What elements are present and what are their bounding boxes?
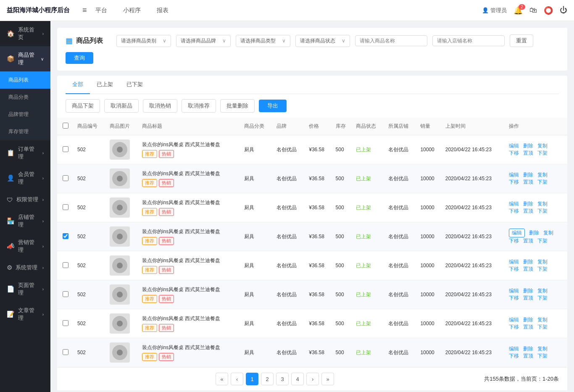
page-btn-4[interactable]: 4 xyxy=(291,373,304,385)
sidebar-item-product-list[interactable]: 商品列表 xyxy=(0,71,50,89)
action-删除-7[interactable]: 删除 xyxy=(523,316,533,324)
page-btn-1[interactable]: 1 xyxy=(246,373,258,385)
page-first-btn[interactable]: « xyxy=(216,373,228,385)
action-下架-6[interactable]: 下架 xyxy=(537,295,548,302)
action-编辑-4[interactable]: 编辑 xyxy=(509,229,525,237)
nav-item-report[interactable]: 报表 xyxy=(155,7,170,14)
hamburger-icon[interactable]: ≡ xyxy=(82,6,87,15)
tab-all[interactable]: 全部 xyxy=(66,76,90,94)
circle-icon[interactable]: ⭕ xyxy=(544,6,553,15)
sidebar-item-system-home[interactable]: 🏠 系统首页 › xyxy=(0,21,50,46)
action-删除-6[interactable]: 删除 xyxy=(523,287,533,295)
action-置顶-7[interactable]: 置顶 xyxy=(523,324,533,331)
action-下移-6[interactable]: 下移 xyxy=(509,295,519,302)
nav-item-miniprogram[interactable]: 小程序 xyxy=(121,7,142,14)
filter-brand[interactable]: 请选择商品品牌 ∨ xyxy=(176,35,231,47)
sidebar-item-marketing-mgmt[interactable]: 📣 营销管理 › xyxy=(0,234,50,259)
action-删除-4[interactable]: 删除 xyxy=(529,229,539,237)
action-置顶-1[interactable]: 置顶 xyxy=(523,150,533,157)
filter-product-name[interactable] xyxy=(355,35,427,46)
sidebar-item-permission-mgmt[interactable]: 🛡 权限管理 › xyxy=(0,191,50,208)
action-复制-6[interactable]: 复制 xyxy=(537,287,548,295)
action-复制-5[interactable]: 复制 xyxy=(537,258,548,266)
page-last-btn[interactable]: » xyxy=(321,373,334,385)
action-复制-3[interactable]: 复制 xyxy=(537,200,548,208)
btn-cancel-new[interactable]: 取消新品 xyxy=(104,99,139,113)
action-编辑-8[interactable]: 编辑 xyxy=(509,345,519,353)
row-checkbox-7[interactable] xyxy=(63,320,68,326)
tab-delisted[interactable]: 已下架 xyxy=(120,76,150,94)
action-删除-8[interactable]: 删除 xyxy=(523,345,533,353)
sidebar-item-inventory-mgmt[interactable]: 库存管理 xyxy=(0,123,50,140)
btn-cancel-hot[interactable]: 取消热销 xyxy=(143,99,177,113)
btn-cancel-recommend[interactable]: 取消推荐 xyxy=(182,99,216,113)
action-置顶-4[interactable]: 置顶 xyxy=(523,237,533,245)
action-下架-2[interactable]: 下架 xyxy=(537,179,548,186)
sidebar-item-system-mgmt[interactable]: ⚙ 系统管理 › xyxy=(0,259,50,276)
query-button[interactable]: 查询 xyxy=(66,52,93,64)
action-编辑-6[interactable]: 编辑 xyxy=(509,287,519,295)
action-复制-2[interactable]: 复制 xyxy=(537,171,548,179)
sidebar-item-product-mgmt[interactable]: 📦 商品管理 ∨ xyxy=(0,46,50,71)
action-下架-8[interactable]: 下架 xyxy=(537,353,548,360)
sidebar-item-store-mgmt[interactable]: 🏪 店铺管理 › xyxy=(0,208,50,234)
btn-export[interactable]: 导出 xyxy=(259,100,287,112)
page-next-btn[interactable]: › xyxy=(306,373,319,385)
action-置顶-6[interactable]: 置顶 xyxy=(523,295,533,302)
action-下架-7[interactable]: 下架 xyxy=(537,324,548,331)
power-icon[interactable]: ⏻ xyxy=(560,6,567,15)
action-下移-1[interactable]: 下移 xyxy=(509,150,519,157)
filter-category[interactable]: 请选择商品类别 ∨ xyxy=(116,35,171,47)
action-删除-1[interactable]: 删除 xyxy=(523,142,533,150)
sidebar-item-brand-mgmt[interactable]: 品牌管理 xyxy=(0,106,50,123)
nav-item-platform[interactable]: 平台 xyxy=(94,7,109,14)
tab-listed[interactable]: 已上架 xyxy=(90,76,120,94)
action-编辑-5[interactable]: 编辑 xyxy=(509,258,519,266)
row-checkbox-8[interactable] xyxy=(63,349,68,355)
action-复制-8[interactable]: 复制 xyxy=(537,345,548,353)
btn-batch-delete[interactable]: 批量删除 xyxy=(220,99,255,113)
sidebar-item-product-category[interactable]: 商品分类 xyxy=(0,89,50,106)
sidebar-item-member-mgmt[interactable]: 👤 会员管理 › xyxy=(0,166,50,191)
action-编辑-7[interactable]: 编辑 xyxy=(509,316,519,324)
action-删除-2[interactable]: 删除 xyxy=(523,171,533,179)
action-置顶-5[interactable]: 置顶 xyxy=(523,266,533,273)
reset-button[interactable]: 重置 xyxy=(510,34,533,47)
row-checkbox-5[interactable] xyxy=(63,262,68,268)
page-prev-btn[interactable]: ‹ xyxy=(231,373,243,385)
action-复制-1[interactable]: 复制 xyxy=(537,142,548,150)
filter-status[interactable]: 请选择商品状态 ∨ xyxy=(295,35,350,47)
action-下移-3[interactable]: 下移 xyxy=(509,208,519,215)
action-置顶-8[interactable]: 置顶 xyxy=(523,353,533,360)
bag-icon[interactable]: 🛍 xyxy=(529,6,537,15)
sidebar-item-page-mgmt[interactable]: 📄 页面管理 › xyxy=(0,276,50,302)
action-置顶-3[interactable]: 置顶 xyxy=(523,208,533,215)
action-下架-4[interactable]: 下架 xyxy=(537,237,548,245)
action-复制-4[interactable]: 复制 xyxy=(543,229,553,237)
action-编辑-2[interactable]: 编辑 xyxy=(509,171,519,179)
action-编辑-1[interactable]: 编辑 xyxy=(509,142,519,150)
action-下移-8[interactable]: 下移 xyxy=(509,353,519,360)
action-复制-7[interactable]: 复制 xyxy=(537,316,548,324)
notification-btn[interactable]: 🔔 2 xyxy=(513,6,523,15)
sidebar-item-article-mgmt[interactable]: 📝 文章管理 › xyxy=(0,302,50,327)
action-下架-5[interactable]: 下架 xyxy=(537,266,548,273)
page-btn-3[interactable]: 3 xyxy=(276,373,289,385)
action-下移-7[interactable]: 下移 xyxy=(509,324,519,331)
action-删除-5[interactable]: 删除 xyxy=(523,258,533,266)
sidebar-item-order-mgmt[interactable]: 📋 订单管理 › xyxy=(0,140,50,166)
action-下移-4[interactable]: 下移 xyxy=(509,237,519,245)
row-checkbox-6[interactable] xyxy=(63,291,68,297)
action-删除-3[interactable]: 删除 xyxy=(523,200,533,208)
row-checkbox-4[interactable] xyxy=(63,233,68,239)
action-下架-1[interactable]: 下架 xyxy=(537,150,548,157)
select-all-checkbox[interactable] xyxy=(63,123,68,129)
action-编辑-3[interactable]: 编辑 xyxy=(509,200,519,208)
action-下移-2[interactable]: 下移 xyxy=(509,179,519,186)
btn-delist[interactable]: 商品下架 xyxy=(66,99,100,113)
page-btn-2[interactable]: 2 xyxy=(261,373,274,385)
action-下架-3[interactable]: 下架 xyxy=(537,208,548,215)
row-checkbox-2[interactable] xyxy=(63,175,68,181)
row-checkbox-3[interactable] xyxy=(63,204,68,210)
filter-type[interactable]: 请选择商品类型 ∨ xyxy=(236,35,290,47)
